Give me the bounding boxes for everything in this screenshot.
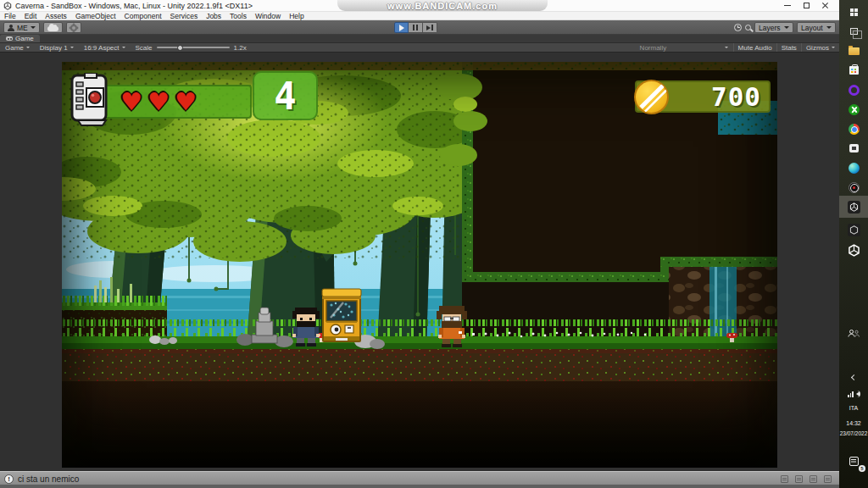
status-message[interactable]: ci sta un nemico xyxy=(18,474,79,484)
chrome-button[interactable] xyxy=(839,119,868,138)
caret-down-icon xyxy=(725,47,728,50)
menu-jobs[interactable]: Jobs xyxy=(202,12,225,20)
layout-dropdown[interactable]: Layout xyxy=(797,22,836,33)
search-icon[interactable] xyxy=(745,25,751,30)
maximize-button[interactable] xyxy=(797,0,815,11)
minimize-button[interactable] xyxy=(778,0,797,11)
tray-clock-date[interactable]: 23/07/2022 xyxy=(839,429,868,439)
tab-strip: Game xyxy=(0,35,839,43)
folder-icon xyxy=(849,47,860,55)
pause-button[interactable] xyxy=(409,22,423,33)
game-viewport: ♥ ♥ ♥ 4 xyxy=(0,53,839,471)
unity-app-icon xyxy=(3,2,12,10)
white-tile-app-button[interactable] xyxy=(839,139,868,158)
status-mini-icon-1[interactable] xyxy=(781,475,788,483)
focus-mode-dropdown[interactable]: Normally xyxy=(635,43,733,52)
status-mini-icon-2[interactable] xyxy=(795,475,803,483)
account-label: ME xyxy=(17,24,28,32)
step-button[interactable] xyxy=(423,22,437,33)
menu-services[interactable]: Services xyxy=(166,12,203,20)
menu-gameobject[interactable]: GameObject xyxy=(71,12,120,20)
aspect-dropdown-label: 16:9 Aspect xyxy=(84,44,120,52)
menu-assets[interactable]: Assets xyxy=(41,12,71,20)
file-explorer-button[interactable] xyxy=(839,42,868,60)
action-center-icon xyxy=(849,457,859,466)
microsoft-store-button[interactable] xyxy=(839,61,868,80)
network-icon xyxy=(848,391,854,397)
unity-logo-icon xyxy=(848,244,860,257)
task-view-button[interactable] xyxy=(839,22,868,41)
scale-slider-thumb[interactable] xyxy=(177,45,183,51)
store-icon xyxy=(849,66,859,75)
bandicam-record-button[interactable] xyxy=(839,178,868,197)
caret-down-icon xyxy=(122,47,125,50)
action-center-button[interactable]: 5 xyxy=(839,452,868,470)
screen: Caverna - SandBox - Windows, Mac, Linux … xyxy=(0,0,868,488)
unity-editor-taskbar-button[interactable] xyxy=(839,196,868,218)
play-button[interactable] xyxy=(394,22,409,33)
xbox-button[interactable] xyxy=(839,100,868,119)
chevron-left-icon xyxy=(850,374,856,380)
game-render[interactable]: ♥ ♥ ♥ 4 xyxy=(62,62,777,468)
menu-edit[interactable]: Edit xyxy=(20,12,42,20)
undo-history-icon[interactable] xyxy=(734,24,742,31)
game-view-dropdown[interactable]: Game xyxy=(0,43,35,52)
aspect-ratio-dropdown[interactable]: 16:9 Aspect xyxy=(79,43,131,52)
scale-label: Scale xyxy=(136,44,153,52)
step-icon xyxy=(426,25,433,30)
display-dropdown[interactable]: Display 1 xyxy=(35,43,79,52)
language-label: ITA xyxy=(839,405,868,412)
layers-label: Layers xyxy=(759,24,781,32)
unity-cube-icon xyxy=(848,201,860,214)
game-view-dropdown-label: Game xyxy=(5,44,24,52)
scale-value: 1.2x xyxy=(234,44,247,52)
bandicam-watermark: www.BANDICAM.com xyxy=(337,0,548,11)
menu-window[interactable]: Window xyxy=(251,12,285,20)
status-mini-icon-3[interactable] xyxy=(810,475,817,483)
clock-time: 14:32 xyxy=(839,420,868,427)
close-button[interactable] xyxy=(815,0,834,11)
tray-clock-time[interactable]: 14:32 xyxy=(839,419,868,429)
stats-button[interactable]: Stats xyxy=(776,43,801,52)
display-dropdown-label: Display 1 xyxy=(40,44,68,52)
notification-badge: 5 xyxy=(859,465,865,472)
tray-expand-button[interactable] xyxy=(839,368,868,386)
people-icon xyxy=(848,330,860,337)
menu-tools[interactable]: Tools xyxy=(225,12,251,20)
edge-button[interactable] xyxy=(839,158,868,177)
mute-audio-label: Mute Audio xyxy=(738,44,772,52)
unity-logo-taskbar-button[interactable] xyxy=(839,241,868,259)
status-mini-icon-4[interactable] xyxy=(824,475,832,483)
console-warning-icon[interactable]: ! xyxy=(4,474,14,484)
chrome-icon xyxy=(849,124,860,135)
cloud-services-button[interactable] xyxy=(43,22,63,33)
caret-down-icon xyxy=(784,26,789,31)
menu-help[interactable]: Help xyxy=(285,12,308,20)
caret-down-icon xyxy=(832,47,835,50)
gear-icon xyxy=(70,25,77,31)
focus-mode-label: Normally xyxy=(640,44,667,52)
vending-machine xyxy=(322,289,361,342)
settings-button[interactable] xyxy=(66,22,81,33)
gizmos-dropdown[interactable]: Gizmos xyxy=(801,43,839,52)
task-view-icon xyxy=(850,28,858,35)
record-icon xyxy=(849,182,860,193)
cloud-icon xyxy=(47,26,58,31)
start-button[interactable] xyxy=(839,3,868,21)
windows-start-icon xyxy=(850,8,858,16)
menu-component[interactable]: Component xyxy=(120,12,166,20)
caret-down-icon xyxy=(70,47,74,50)
scale-slider[interactable] xyxy=(157,47,230,48)
menu-file[interactable]: File xyxy=(0,12,20,20)
people-button[interactable] xyxy=(839,324,868,342)
mute-audio-button[interactable]: Mute Audio xyxy=(733,43,776,52)
menubar: File Edit Assets GameObject Component Se… xyxy=(0,12,839,20)
account-button[interactable]: ME xyxy=(3,22,40,33)
purple-ring-app-button[interactable] xyxy=(839,80,868,99)
window-controls xyxy=(778,0,834,11)
layers-dropdown[interactable]: Layers xyxy=(754,22,793,33)
caret-down-icon xyxy=(31,26,36,31)
unity-hub-taskbar-button[interactable] xyxy=(839,220,868,239)
tab-game[interactable]: Game xyxy=(0,35,40,42)
tray-language[interactable]: ITA xyxy=(839,399,868,418)
